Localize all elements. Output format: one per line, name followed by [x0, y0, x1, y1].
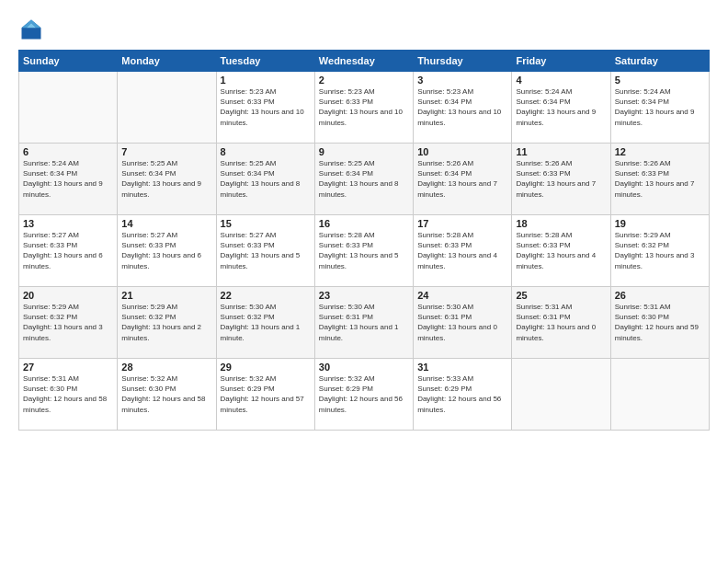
calendar-cell: 30Sunrise: 5:32 AM Sunset: 6:29 PM Dayli…: [314, 359, 413, 431]
day-info: Sunrise: 5:23 AM Sunset: 6:33 PM Dayligh…: [319, 86, 409, 128]
day-info: Sunrise: 5:24 AM Sunset: 6:34 PM Dayligh…: [615, 86, 705, 128]
day-info: Sunrise: 5:32 AM Sunset: 6:30 PM Dayligh…: [121, 373, 211, 415]
calendar-cell: [118, 72, 216, 144]
calendar-cell: 8Sunrise: 5:25 AM Sunset: 6:34 PM Daylig…: [216, 144, 314, 215]
weekday-header-friday: Friday: [512, 51, 610, 72]
day-number: 11: [516, 146, 606, 157]
day-number: 9: [319, 146, 409, 157]
calendar-cell: 24Sunrise: 5:30 AM Sunset: 6:31 PM Dayli…: [414, 287, 512, 359]
calendar-cell: 9Sunrise: 5:25 AM Sunset: 6:34 PM Daylig…: [314, 144, 413, 215]
weekday-header-thursday: Thursday: [414, 51, 512, 72]
day-number: 4: [516, 75, 606, 86]
day-number: 29: [221, 362, 311, 373]
calendar-cell: [610, 359, 709, 431]
day-info: Sunrise: 5:26 AM Sunset: 6:34 PM Dayligh…: [417, 158, 507, 200]
day-info: Sunrise: 5:25 AM Sunset: 6:34 PM Dayligh…: [121, 158, 211, 200]
day-number: 27: [23, 362, 113, 373]
calendar-cell: 10Sunrise: 5:26 AM Sunset: 6:34 PM Dayli…: [414, 144, 512, 215]
calendar-cell: 29Sunrise: 5:32 AM Sunset: 6:29 PM Dayli…: [216, 359, 314, 431]
day-number: 13: [23, 218, 113, 229]
day-number: 25: [516, 290, 606, 301]
calendar-header: SundayMondayTuesdayWednesdayThursdayFrid…: [19, 51, 710, 72]
calendar-cell: 18Sunrise: 5:28 AM Sunset: 6:33 PM Dayli…: [512, 215, 610, 287]
day-info: Sunrise: 5:31 AM Sunset: 6:31 PM Dayligh…: [516, 302, 606, 343]
day-number: 26: [615, 290, 705, 301]
day-number: 23: [319, 290, 409, 301]
page-header: [18, 17, 710, 42]
day-info: Sunrise: 5:31 AM Sunset: 6:30 PM Dayligh…: [23, 373, 113, 415]
calendar-cell: 23Sunrise: 5:30 AM Sunset: 6:31 PM Dayli…: [314, 287, 413, 359]
day-number: 30: [319, 362, 409, 373]
day-info: Sunrise: 5:25 AM Sunset: 6:34 PM Dayligh…: [319, 158, 409, 200]
day-info: Sunrise: 5:30 AM Sunset: 6:31 PM Dayligh…: [417, 302, 507, 343]
day-info: Sunrise: 5:29 AM Sunset: 6:32 PM Dayligh…: [615, 230, 705, 271]
calendar-cell: 26Sunrise: 5:31 AM Sunset: 6:30 PM Dayli…: [610, 287, 709, 359]
calendar-cell: 5Sunrise: 5:24 AM Sunset: 6:34 PM Daylig…: [610, 72, 709, 144]
day-info: Sunrise: 5:30 AM Sunset: 6:32 PM Dayligh…: [221, 302, 311, 343]
calendar-cell: 28Sunrise: 5:32 AM Sunset: 6:30 PM Dayli…: [118, 359, 216, 431]
day-info: Sunrise: 5:28 AM Sunset: 6:33 PM Dayligh…: [319, 230, 409, 271]
weekday-header-saturday: Saturday: [610, 51, 709, 72]
day-number: 21: [121, 290, 211, 301]
day-info: Sunrise: 5:26 AM Sunset: 6:33 PM Dayligh…: [615, 158, 705, 200]
calendar-cell: 21Sunrise: 5:29 AM Sunset: 6:32 PM Dayli…: [118, 287, 216, 359]
calendar-cell: [19, 72, 118, 144]
day-info: Sunrise: 5:30 AM Sunset: 6:31 PM Dayligh…: [319, 302, 409, 343]
day-info: Sunrise: 5:26 AM Sunset: 6:33 PM Dayligh…: [516, 158, 606, 200]
day-number: 6: [23, 146, 113, 157]
calendar-cell: 31Sunrise: 5:33 AM Sunset: 6:29 PM Dayli…: [414, 359, 512, 431]
week-row-2: 6Sunrise: 5:24 AM Sunset: 6:34 PM Daylig…: [19, 144, 710, 215]
calendar-cell: 14Sunrise: 5:27 AM Sunset: 6:33 PM Dayli…: [118, 215, 216, 287]
week-row-1: 1Sunrise: 5:23 AM Sunset: 6:33 PM Daylig…: [19, 72, 710, 144]
day-number: 19: [615, 218, 705, 229]
day-info: Sunrise: 5:28 AM Sunset: 6:33 PM Dayligh…: [417, 230, 507, 271]
logo: [18, 17, 48, 42]
weekday-header-wednesday: Wednesday: [314, 51, 413, 72]
calendar-cell: 27Sunrise: 5:31 AM Sunset: 6:30 PM Dayli…: [19, 359, 118, 431]
day-number: 12: [615, 146, 705, 157]
weekday-row: SundayMondayTuesdayWednesdayThursdayFrid…: [19, 51, 710, 72]
calendar-cell: 17Sunrise: 5:28 AM Sunset: 6:33 PM Dayli…: [414, 215, 512, 287]
day-info: Sunrise: 5:27 AM Sunset: 6:33 PM Dayligh…: [221, 230, 311, 271]
calendar-cell: 11Sunrise: 5:26 AM Sunset: 6:33 PM Dayli…: [512, 144, 610, 215]
calendar-cell: 15Sunrise: 5:27 AM Sunset: 6:33 PM Dayli…: [216, 215, 314, 287]
week-row-5: 27Sunrise: 5:31 AM Sunset: 6:30 PM Dayli…: [19, 359, 710, 431]
day-number: 17: [417, 218, 507, 229]
calendar-cell: 3Sunrise: 5:23 AM Sunset: 6:34 PM Daylig…: [414, 72, 512, 144]
calendar-cell: 16Sunrise: 5:28 AM Sunset: 6:33 PM Dayli…: [314, 215, 413, 287]
day-number: 22: [221, 290, 311, 301]
day-number: 2: [319, 75, 409, 86]
calendar-cell: 7Sunrise: 5:25 AM Sunset: 6:34 PM Daylig…: [118, 144, 216, 215]
calendar-body: 1Sunrise: 5:23 AM Sunset: 6:33 PM Daylig…: [19, 72, 710, 431]
day-info: Sunrise: 5:33 AM Sunset: 6:29 PM Dayligh…: [417, 373, 507, 415]
day-info: Sunrise: 5:29 AM Sunset: 6:32 PM Dayligh…: [121, 302, 211, 343]
day-info: Sunrise: 5:31 AM Sunset: 6:30 PM Dayligh…: [615, 302, 705, 343]
day-number: 5: [615, 75, 705, 86]
day-number: 10: [417, 146, 507, 157]
calendar-cell: 1Sunrise: 5:23 AM Sunset: 6:33 PM Daylig…: [216, 72, 314, 144]
day-number: 24: [417, 290, 507, 301]
day-info: Sunrise: 5:23 AM Sunset: 6:33 PM Dayligh…: [221, 86, 311, 128]
day-info: Sunrise: 5:23 AM Sunset: 6:34 PM Dayligh…: [417, 86, 507, 128]
calendar-cell: [512, 359, 610, 431]
day-info: Sunrise: 5:32 AM Sunset: 6:29 PM Dayligh…: [221, 373, 311, 415]
calendar-cell: 25Sunrise: 5:31 AM Sunset: 6:31 PM Dayli…: [512, 287, 610, 359]
day-info: Sunrise: 5:24 AM Sunset: 6:34 PM Dayligh…: [516, 86, 606, 128]
weekday-header-tuesday: Tuesday: [216, 51, 314, 72]
day-number: 7: [121, 146, 211, 157]
day-number: 15: [221, 218, 311, 229]
day-info: Sunrise: 5:29 AM Sunset: 6:32 PM Dayligh…: [23, 302, 113, 343]
day-number: 20: [23, 290, 113, 301]
day-number: 28: [121, 362, 211, 373]
calendar-cell: 6Sunrise: 5:24 AM Sunset: 6:34 PM Daylig…: [19, 144, 118, 215]
week-row-4: 20Sunrise: 5:29 AM Sunset: 6:32 PM Dayli…: [19, 287, 710, 359]
day-info: Sunrise: 5:27 AM Sunset: 6:33 PM Dayligh…: [121, 230, 211, 271]
calendar-cell: 19Sunrise: 5:29 AM Sunset: 6:32 PM Dayli…: [610, 215, 709, 287]
calendar-cell: 12Sunrise: 5:26 AM Sunset: 6:33 PM Dayli…: [610, 144, 709, 215]
calendar-cell: 13Sunrise: 5:27 AM Sunset: 6:33 PM Dayli…: [19, 215, 118, 287]
day-number: 16: [319, 218, 409, 229]
calendar-cell: 22Sunrise: 5:30 AM Sunset: 6:32 PM Dayli…: [216, 287, 314, 359]
calendar: SundayMondayTuesdayWednesdayThursdayFrid…: [18, 50, 710, 431]
calendar-cell: 2Sunrise: 5:23 AM Sunset: 6:33 PM Daylig…: [314, 72, 413, 144]
day-info: Sunrise: 5:32 AM Sunset: 6:29 PM Dayligh…: [319, 373, 409, 415]
